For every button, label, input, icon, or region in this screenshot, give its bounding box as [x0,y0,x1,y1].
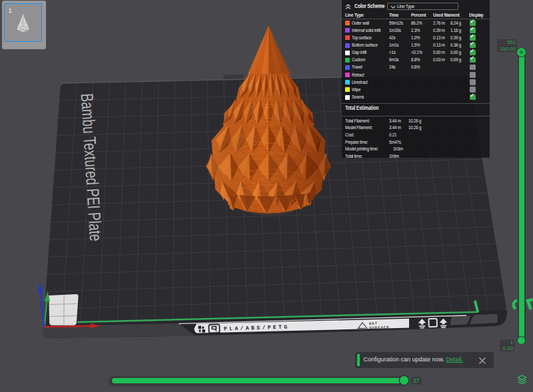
svg-text:SURFACE: SURFACE [369,325,390,330]
